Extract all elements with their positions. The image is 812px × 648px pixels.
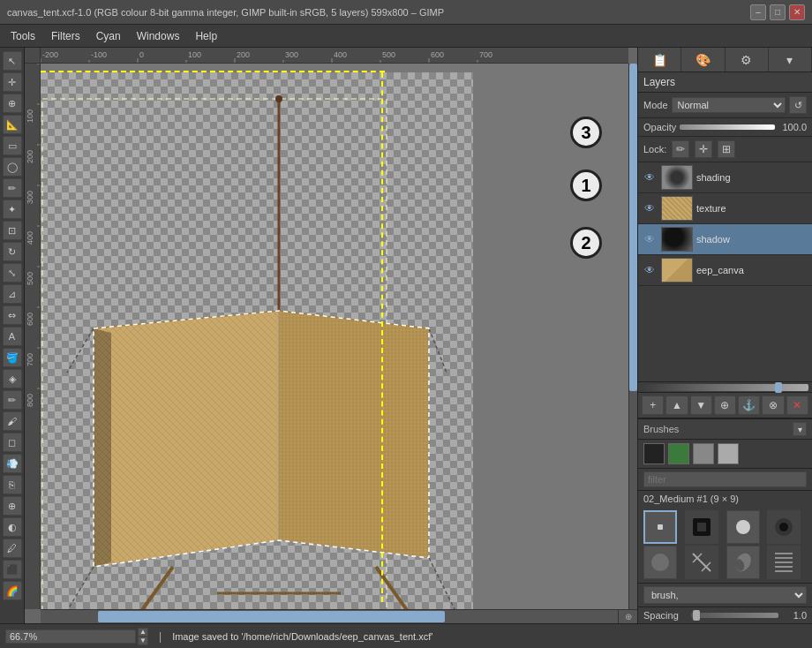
layer-name-texture: texture [696, 203, 808, 214]
layer-visibility-shading[interactable]: 👁 [642, 170, 658, 185]
menu-windows[interactable]: Windows [130, 27, 187, 45]
brush-cell-1[interactable] [643, 510, 677, 544]
tool-select-rect[interactable]: ▭ [3, 136, 22, 155]
tool-free-select[interactable]: ✏ [3, 178, 22, 198]
tool-clone[interactable]: ⎘ [3, 475, 22, 494]
tool-airbrush[interactable]: 💨 [3, 454, 22, 473]
tool-color-picker[interactable]: 🖊 [3, 539, 22, 558]
mode-select[interactable]: Normal Multiply Screen Overlay [672, 97, 786, 113]
brushes-menu-button[interactable]: ▾ [793, 422, 807, 436]
svg-rect-71 [697, 523, 706, 531]
ruler-vertical: 100 200 300 400 500 600 700 800 [25, 64, 41, 609]
layer-visibility-canvas[interactable]: 👁 [642, 262, 658, 278]
zoom-up-arrow[interactable]: ▲ [138, 628, 148, 637]
brush-cell-2[interactable] [685, 510, 718, 544]
layer-opacity-handle[interactable] [775, 382, 782, 393]
brush-cell-7[interactable] [726, 546, 760, 579]
layer-visibility-texture[interactable]: 👁 [642, 200, 658, 216]
zoom-input[interactable] [5, 629, 136, 644]
tool-heal[interactable]: ⊕ [3, 496, 22, 516]
tool-text[interactable]: A [3, 327, 22, 346]
tab-document-history[interactable]: 📋 [638, 48, 681, 72]
tab-colors[interactable]: 🎨 [681, 48, 725, 72]
layer-anchor-button[interactable]: ⚓ [738, 396, 760, 415]
layer-merge-button[interactable]: ⊗ [762, 396, 784, 415]
opacity-slider[interactable] [680, 124, 775, 130]
background-color[interactable] [668, 443, 689, 464]
layer-lower-button[interactable]: ▼ [690, 396, 712, 415]
layer-item-texture[interactable]: 👁 texture [638, 193, 812, 224]
layer-visibility-shadow[interactable]: 👁 [642, 231, 658, 247]
lock-pixels-icon[interactable]: ✏ [672, 140, 689, 158]
brush-filter-input[interactable] [643, 471, 807, 487]
extra-color-2[interactable] [718, 443, 739, 464]
scrollbar-horizontal[interactable] [41, 609, 618, 623]
tool-zoom[interactable]: ⊕ [3, 94, 22, 113]
brush-cell-4[interactable] [767, 510, 801, 544]
brush-cell-8[interactable] [767, 546, 801, 579]
svg-text:200: 200 [26, 150, 34, 163]
tool-select-ellipse[interactable]: ◯ [3, 157, 22, 177]
tool-scale[interactable]: ⤡ [3, 263, 22, 283]
brush-cell-3[interactable] [726, 510, 760, 544]
extra-color-1[interactable] [693, 443, 714, 464]
spacing-slider[interactable] [691, 613, 778, 618]
tool-eraser[interactable]: ◻ [3, 433, 22, 452]
tool-fuzzy-select[interactable]: ✦ [3, 200, 22, 219]
tool-shear[interactable]: ⊿ [3, 284, 22, 304]
layer-duplicate-button[interactable]: ⊕ [714, 396, 736, 415]
tool-dodge[interactable]: ◐ [3, 517, 22, 537]
tool-crop[interactable]: ⊡ [3, 221, 22, 240]
svg-text:800: 800 [26, 394, 34, 407]
layer-item-canvas[interactable]: 👁 eep_canva [638, 255, 812, 286]
svg-text:700: 700 [26, 353, 34, 366]
tool-move[interactable]: ✛ [3, 72, 22, 92]
layer-opacity-track[interactable] [642, 384, 808, 391]
foreground-color[interactable] [643, 443, 665, 464]
menu-tools[interactable]: Tools [4, 27, 42, 45]
menu-help[interactable]: Help [188, 27, 224, 45]
close-button[interactable]: ✕ [789, 4, 805, 20]
canvas-viewport[interactable]: 3 1 2 [41, 64, 628, 609]
tab-tool-options[interactable]: ⚙ [726, 48, 769, 72]
svg-text:700: 700 [479, 50, 492, 59]
tool-measure[interactable]: 📐 [3, 115, 22, 134]
scrollbar-vertical[interactable] [628, 64, 637, 609]
opacity-row: Opacity 100.0 [638, 118, 812, 137]
tool-color-balance[interactable]: ⬛ [3, 560, 22, 579]
lock-alpha-icon[interactable]: ⊞ [718, 140, 735, 158]
menu-filters[interactable]: Filters [44, 27, 87, 45]
scroll-corner[interactable]: ⊕ [618, 609, 637, 623]
layer-delete-button[interactable]: ✕ [786, 396, 808, 415]
tool-cursor[interactable]: ↖ [3, 51, 22, 71]
svg-text:400: 400 [334, 50, 347, 59]
lock-row: Lock: ✏ ✛ ⊞ [638, 137, 812, 162]
mode-refresh-icon[interactable]: ↺ [789, 96, 807, 114]
panel-menu-button[interactable]: ▾ [769, 48, 812, 72]
layer-raise-button[interactable]: ▲ [665, 396, 688, 415]
spacing-value: 1.0 [782, 610, 807, 621]
layer-thumb-texture [661, 196, 693, 221]
menu-cyan[interactable]: Cyan [89, 27, 128, 45]
minimize-button[interactable]: – [750, 4, 766, 20]
tool-blend[interactable]: ◈ [3, 369, 22, 388]
tool-bucket[interactable]: 🪣 [3, 348, 22, 367]
tool-paintbrush[interactable]: 🖌 [3, 411, 22, 431]
layer-item-shadow[interactable]: 👁 shadow [638, 224, 812, 255]
layers-header: Layers [638, 72, 812, 93]
brush-cell-5[interactable] [643, 546, 677, 579]
svg-text:500: 500 [382, 50, 395, 59]
layer-item-shading[interactable]: 👁 shading [638, 162, 812, 193]
layer-new-button[interactable]: + [642, 396, 664, 415]
tool-pencil[interactable]: ✏ [3, 390, 22, 410]
maximize-button[interactable]: □ [770, 4, 786, 20]
circle-2: 2 [570, 227, 602, 259]
brush-cell-6[interactable] [685, 546, 718, 579]
brush-dynamics-select[interactable]: brush, [643, 586, 807, 604]
zoom-down-arrow[interactable]: ▼ [138, 637, 148, 645]
main-area: ↖ ✛ ⊕ 📐 ▭ ◯ ✏ ✦ ⊡ ↻ ⤡ ⊿ ⇔ A 🪣 ◈ ✏ 🖌 ◻ 💨 … [0, 48, 812, 623]
tool-flip[interactable]: ⇔ [3, 305, 22, 325]
tool-hue-sat[interactable]: 🌈 [3, 581, 22, 600]
tool-rotate[interactable]: ↻ [3, 242, 22, 261]
lock-position-icon[interactable]: ✛ [695, 140, 712, 158]
